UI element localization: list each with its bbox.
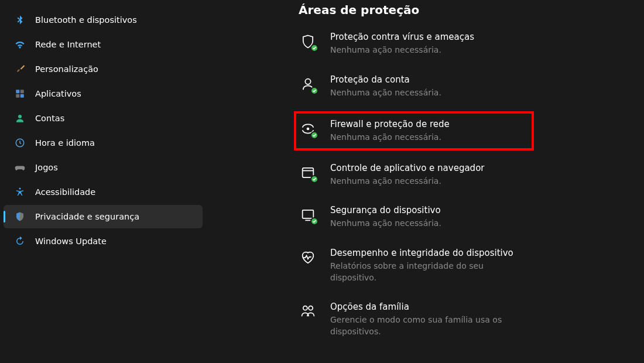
apps-icon (14, 88, 26, 100)
protection-item-app-browser[interactable]: Controle de aplicativo e navegador Nenhu… (299, 161, 632, 189)
protection-title: Controle de aplicativo e navegador (330, 162, 632, 174)
sidebar-item-personalization[interactable]: Personalização (4, 57, 203, 81)
sidebar-item-label: Jogos (35, 163, 58, 172)
brush-icon (14, 63, 26, 75)
section-heading: Áreas de proteção (299, 3, 632, 17)
virus-shield-icon (299, 32, 317, 51)
protection-desc: Relatórios sobre a integridade do seu di… (330, 261, 529, 283)
protection-item-device-security[interactable]: Segurança do dispositivo Nenhuma ação ne… (299, 203, 632, 231)
protection-title: Proteção da conta (330, 74, 632, 86)
protection-item-performance[interactable]: Desempenho e integridade do dispositivo … (299, 246, 632, 285)
shield-icon (14, 211, 26, 222)
sidebar-item-bluetooth[interactable]: Bluetooth e dispositivos (4, 8, 203, 32)
sidebar-item-label: Personalização (35, 64, 98, 74)
sidebar-item-label: Rede e Internet (35, 40, 101, 49)
svg-point-14 (309, 306, 313, 310)
sidebar-item-accessibility[interactable]: Acessibilidade (4, 180, 203, 204)
svg-rect-0 (16, 90, 19, 93)
protection-desc: Nenhuma ação necessária. (330, 44, 529, 56)
sidebar-item-apps[interactable]: Aplicativos (4, 82, 203, 105)
bluetooth-icon (14, 14, 26, 26)
svg-point-6 (19, 188, 21, 190)
protection-title: Desempenho e integridade do dispositivo (330, 247, 632, 259)
svg-point-4 (18, 115, 22, 118)
sidebar-item-gaming[interactable]: Jogos (4, 156, 203, 179)
protection-title: Opções da família (330, 301, 632, 313)
protection-title: Firewall e proteção de rede (330, 118, 527, 131)
svg-rect-2 (16, 94, 19, 98)
sidebar-item-label: Windows Update (35, 237, 107, 246)
check-badge-icon (310, 44, 318, 52)
sidebar-item-label: Hora e idioma (35, 138, 95, 148)
app-browser-icon (299, 163, 317, 182)
svg-point-8 (307, 128, 310, 131)
sidebar-item-label: Acessibilidade (35, 187, 95, 197)
protection-item-firewall[interactable]: Firewall e proteção de rede Nenhuma ação… (294, 111, 534, 150)
heart-pulse-icon (299, 248, 317, 267)
sidebar-item-label: Contas (35, 114, 64, 123)
family-icon (299, 302, 317, 321)
clock-globe-icon (14, 137, 26, 149)
gamepad-icon (14, 162, 26, 173)
person-icon (14, 112, 26, 124)
protection-desc: Gerencie o modo como sua família usa os … (330, 314, 529, 337)
protection-item-family[interactable]: Opções da família Gerencie o modo como s… (299, 300, 632, 338)
svg-rect-1 (20, 90, 24, 93)
sidebar-item-label: Bluetooth e dispositivos (35, 15, 137, 25)
sidebar-item-network[interactable]: Rede e Internet (4, 33, 203, 56)
sidebar-item-label: Privacidade e segurança (35, 212, 139, 221)
svg-point-13 (303, 306, 307, 310)
check-badge-icon (310, 217, 318, 225)
protection-item-account[interactable]: Proteção da conta Nenhuma ação necessári… (299, 73, 632, 100)
svg-rect-3 (20, 94, 24, 98)
device-security-icon (299, 206, 317, 224)
protection-title: Segurança do dispositivo (330, 204, 632, 217)
protection-desc: Nenhuma ação necessária. (330, 87, 529, 99)
check-badge-icon (310, 87, 318, 95)
protection-item-virus[interactable]: Proteção contra vírus e ameaças Nenhuma … (299, 30, 632, 57)
wifi-icon (14, 39, 26, 50)
svg-point-7 (305, 78, 310, 84)
sidebar-item-label: Aplicativos (35, 89, 81, 98)
protection-desc: Nenhuma ação necessária. (330, 132, 527, 143)
protection-desc: Nenhuma ação necessária. (330, 176, 529, 187)
protection-title: Proteção contra vírus e ameaças (330, 31, 632, 43)
update-icon (14, 235, 26, 247)
settings-sidebar: Bluetooth e dispositivos Rede e Internet… (0, 0, 206, 363)
account-protection-icon (299, 75, 317, 94)
firewall-icon (299, 119, 317, 138)
protection-desc: Nenhuma ação necessária. (330, 218, 529, 230)
check-badge-icon (310, 131, 318, 139)
sidebar-item-accounts[interactable]: Contas (4, 107, 203, 130)
sidebar-item-privacy-security[interactable]: Privacidade e segurança (4, 205, 203, 228)
main-content: Áreas de proteção Proteção contra vírus … (206, 0, 644, 363)
accessibility-icon (14, 186, 26, 198)
check-badge-icon (310, 175, 318, 183)
sidebar-item-time-language[interactable]: Hora e idioma (4, 131, 203, 155)
sidebar-item-windows-update[interactable]: Windows Update (4, 230, 203, 253)
